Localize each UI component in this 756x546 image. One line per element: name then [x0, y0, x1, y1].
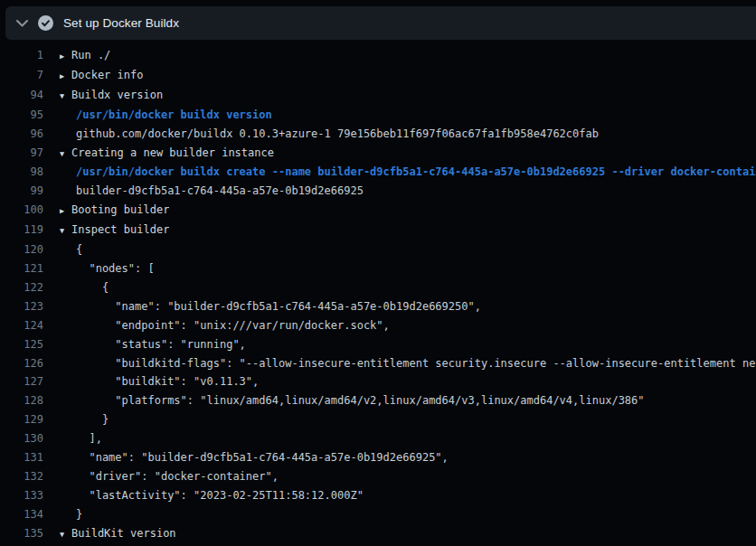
log-text-output: "lastActivity": "2023-02-25T11:58:12.000… [76, 489, 364, 502]
line-body: } [43, 505, 82, 524]
log-text-command: /usr/bin/docker buildx create --name bui… [76, 165, 756, 178]
line-body[interactable]: ▶Run ./ [43, 46, 110, 66]
log-text-group: Booting builder [71, 203, 169, 216]
line-body: "nodes": [ [43, 259, 155, 278]
line-body[interactable]: ▼BuildKit version [43, 524, 176, 544]
log-group-row[interactable]: 94▼Buildx version [0, 86, 756, 106]
line-number[interactable]: 124 [0, 316, 43, 335]
line-body[interactable]: ▼Creating a new builder instance [43, 144, 274, 164]
log-line-row: 124 "endpoint": "unix:///var/run/docker.… [0, 316, 756, 335]
log-line-row: 127 "buildkit": "v0.11.3", [0, 372, 756, 391]
log-line-row: 134} [0, 505, 756, 524]
line-number[interactable]: 96 [0, 125, 43, 144]
log-text-output: "buildkitd-flags": "--allow-insecure-ent… [76, 357, 756, 370]
group-collapsed-icon[interactable]: ▶ [60, 67, 71, 86]
line-body: "buildkitd-flags": "--allow-insecure-ent… [43, 354, 756, 373]
line-number[interactable]: 134 [0, 505, 43, 524]
line-body: } [43, 410, 109, 429]
line-number[interactable]: 132 [0, 467, 43, 486]
log-line-row: 123 "name": "builder-d9cfb5a1-c764-445a-… [0, 297, 756, 316]
log-viewer: 1▶Run ./7▶Docker info94▼Buildx version95… [0, 40, 756, 546]
log-text-output: "platforms": "linux/amd64,linux/amd64/v2… [76, 394, 645, 407]
log-line-row: 128 "platforms": "linux/amd64,linux/amd6… [0, 391, 756, 410]
group-collapsed-icon[interactable]: ▶ [60, 47, 71, 66]
line-number[interactable]: 99 [0, 182, 43, 201]
line-body: github.com/docker/buildx 0.10.3+azure-1 … [43, 125, 599, 144]
log-line-row: 95/usr/bin/docker buildx version [0, 106, 756, 125]
log-text-group: BuildKit version [71, 527, 176, 540]
log-group-row[interactable]: 7▶Docker info [0, 66, 756, 86]
line-body: "name": "builder-d9cfb5a1-c764-445a-a57e… [43, 297, 481, 316]
log-text-group: Inspect builder [71, 223, 169, 236]
line-body[interactable]: ▶Docker info [43, 66, 143, 86]
line-body: builder-d9cfb5a1-c764-445a-a57e-0b19d2e6… [43, 182, 364, 201]
line-number[interactable]: 125 [0, 335, 43, 354]
check-circle-icon [38, 15, 53, 31]
log-text-output: "name": "builder-d9cfb5a1-c764-445a-a57e… [76, 451, 449, 464]
log-group-row[interactable]: 100▶Booting builder [0, 201, 756, 221]
log-text-output: builder-d9cfb5a1-c764-445a-a57e-0b19d2e6… [76, 184, 364, 197]
line-body[interactable]: ▼Inspect builder [43, 221, 169, 240]
line-number[interactable]: 94 [0, 86, 43, 106]
log-line-row: 132 "driver": "docker-container", [0, 467, 756, 486]
log-text-output: github.com/docker/buildx 0.10.3+azure-1 … [76, 127, 599, 140]
log-line-row: 121 "nodes": [ [0, 259, 756, 278]
line-body[interactable]: ▼Buildx version [43, 86, 163, 106]
line-number[interactable]: 131 [0, 448, 43, 467]
line-number[interactable]: 119 [0, 221, 43, 240]
log-group-row[interactable]: 135▼BuildKit version [0, 524, 756, 544]
log-line-row: 125 "status": "running", [0, 335, 756, 354]
log-line-row: 129 } [0, 410, 756, 429]
group-expanded-icon[interactable]: ▼ [60, 525, 71, 544]
line-number[interactable]: 126 [0, 354, 43, 373]
log-text-output: "driver": "docker-container", [76, 470, 279, 483]
line-body: "lastActivity": "2023-02-25T11:58:12.000… [43, 486, 364, 505]
log-text-output: "buildkit": "v0.11.3", [76, 375, 259, 388]
line-number[interactable]: 98 [0, 163, 43, 182]
line-number[interactable]: 135 [0, 524, 43, 544]
log-line-row: 122 { [0, 278, 756, 297]
group-expanded-icon[interactable]: ▼ [60, 87, 71, 106]
log-text-group: Run ./ [71, 49, 110, 61]
chevron-down-icon[interactable] [16, 20, 28, 27]
log-text-group: Buildx version [71, 89, 163, 101]
log-line-row: 99builder-d9cfb5a1-c764-445a-a57e-0b19d2… [0, 182, 756, 201]
log-group-row[interactable]: 97▼Creating a new builder instance [0, 144, 756, 164]
group-collapsed-icon[interactable]: ▶ [60, 202, 71, 221]
group-expanded-icon[interactable]: ▼ [60, 221, 71, 240]
log-text-output: { [76, 281, 109, 294]
log-text-output: } [76, 508, 82, 521]
log-text-output: ], [76, 432, 102, 445]
line-number[interactable]: 133 [0, 486, 43, 505]
line-body: { [43, 278, 109, 297]
line-number[interactable]: 122 [0, 278, 43, 297]
log-text-output: "name": "builder-d9cfb5a1-c764-445a-a57e… [76, 300, 481, 313]
line-body[interactable]: ▶Booting builder [43, 201, 169, 221]
log-group-row[interactable]: 1▶Run ./ [0, 46, 756, 66]
step-title: Set up Docker Buildx [63, 16, 179, 30]
line-number[interactable]: 95 [0, 106, 43, 125]
log-group-row[interactable]: 119▼Inspect builder [0, 221, 756, 240]
group-expanded-icon[interactable]: ▼ [60, 145, 71, 164]
line-number[interactable]: 121 [0, 259, 43, 278]
line-body: "driver": "docker-container", [43, 467, 279, 486]
line-number[interactable]: 123 [0, 297, 43, 316]
log-text-output: } [76, 413, 109, 426]
line-body: "status": "running", [43, 335, 246, 354]
step-header[interactable]: Set up Docker Buildx [5, 6, 756, 40]
log-line-row: 98/usr/bin/docker buildx create --name b… [0, 163, 756, 182]
line-number[interactable]: 97 [0, 144, 43, 164]
line-number[interactable]: 130 [0, 429, 43, 448]
log-text-group: Creating a new builder instance [71, 146, 274, 159]
line-body: /usr/bin/docker buildx create --name bui… [43, 163, 756, 182]
log-line-row: 130 ], [0, 429, 756, 448]
line-number[interactable]: 127 [0, 372, 43, 391]
log-text-group: Docker info [71, 69, 143, 81]
line-number[interactable]: 100 [0, 201, 43, 221]
line-number[interactable]: 128 [0, 391, 43, 410]
line-number[interactable]: 120 [0, 240, 43, 259]
line-number[interactable]: 7 [0, 66, 43, 86]
line-number[interactable]: 1 [0, 46, 43, 66]
line-number[interactable]: 129 [0, 410, 43, 429]
log-line-row: 96github.com/docker/buildx 0.10.3+azure-… [0, 125, 756, 144]
